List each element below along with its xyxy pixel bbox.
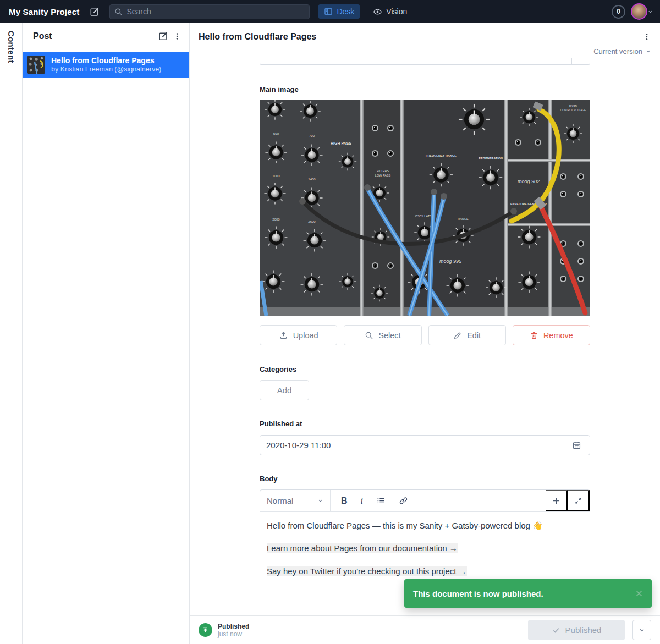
plus-icon [552, 496, 561, 505]
chevron-down-icon [647, 9, 653, 15]
trash-icon [530, 331, 538, 340]
bold-button[interactable]: B [341, 496, 348, 506]
post-list-panel: Post [23, 23, 190, 644]
document-scroll-area[interactable]: Main image [190, 58, 660, 644]
svg-text:FILTERS: FILTERS [377, 169, 389, 173]
tab-vision-label: Vision [386, 7, 407, 16]
svg-text:700: 700 [309, 134, 315, 137]
document-title: Hello from Cloudflare Pages [199, 32, 640, 42]
toast-notification: This document is now published. [404, 579, 652, 608]
svg-text:CONTROL VOLTAGE: CONTROL VOLTAGE [560, 109, 586, 112]
svg-text:2600: 2600 [308, 220, 316, 223]
chevron-down-icon [639, 627, 645, 634]
eye-icon [373, 7, 382, 16]
content-tab[interactable]: Content [7, 31, 16, 644]
content-rail: Content [0, 23, 23, 644]
field-published-at: Published at [260, 420, 590, 455]
body-paragraph: Learn more about Pages from our document… [267, 543, 583, 554]
select-label: Select [378, 331, 400, 340]
expand-icon [574, 497, 582, 505]
document-panel: Hello from Cloudflare Pages Current vers… [190, 23, 660, 644]
new-document-icon[interactable] [156, 29, 170, 43]
project-title[interactable]: My Sanity Project [9, 7, 79, 16]
panel-menu-icon[interactable] [170, 30, 184, 43]
search-icon [114, 8, 123, 16]
body-link[interactable]: Learn more about Pages from our document… [267, 543, 458, 553]
image-actions: Upload Select [260, 325, 590, 345]
svg-text:1000: 1000 [272, 174, 280, 178]
body-paragraph[interactable]: Hello from Cloudflare Pages — this is my… [267, 520, 583, 531]
upload-icon [279, 331, 288, 340]
svg-text:FIXED: FIXED [569, 105, 578, 108]
search-input[interactable] [127, 7, 305, 16]
link-button[interactable] [399, 496, 408, 505]
remove-label: Remove [543, 331, 573, 340]
chevron-down-icon [645, 48, 651, 54]
chevron-down-icon [317, 498, 323, 504]
clipped-slug-field[interactable] [260, 58, 590, 65]
svg-text:500: 500 [273, 132, 279, 135]
edit-button[interactable]: Edit [428, 325, 506, 345]
calendar-icon[interactable] [570, 438, 584, 452]
toast-message: This document is now published. [413, 589, 634, 598]
italic-button[interactable]: i [361, 496, 363, 506]
svg-text:LOW PASS: LOW PASS [375, 174, 391, 177]
published-status-icon [199, 623, 212, 637]
publish-button[interactable]: Published [528, 620, 625, 640]
bullet-list-button[interactable] [376, 496, 386, 505]
svg-text:moog 995: moog 995 [439, 258, 462, 264]
list-icon [376, 496, 386, 505]
post-item-title: Hello from Cloudflare Pages [51, 56, 161, 65]
tab-desk[interactable]: Desk [318, 4, 360, 19]
svg-text:HIGH PASS: HIGH PASS [331, 141, 351, 145]
insert-block-button[interactable] [546, 490, 568, 511]
block-style-select[interactable]: Normal [260, 490, 331, 511]
workspace: Content Post [0, 23, 660, 644]
datetime-input[interactable] [266, 441, 570, 450]
document-header: Hello from Cloudflare Pages Current vers… [190, 23, 660, 58]
tab-desk-label: Desk [337, 7, 354, 16]
fullscreen-button[interactable] [568, 490, 590, 511]
field-label: Categories [260, 365, 590, 373]
panel-title: Post [33, 31, 156, 41]
publish-button-label: Published [565, 625, 602, 635]
notifications-badge[interactable]: 0 [612, 5, 625, 19]
avatar [631, 3, 647, 20]
datetime-field [260, 435, 590, 455]
svg-text:RANGE: RANGE [458, 217, 469, 221]
field-divider [571, 58, 572, 64]
body-paragraph: Say hey on Twitter if you're checking ou… [267, 566, 583, 577]
status-time: just now [218, 630, 249, 638]
publish-menu-button[interactable] [632, 620, 651, 640]
user-menu[interactable] [631, 3, 653, 20]
post-panel-header: Post [23, 23, 189, 49]
toolbar-spacer [408, 490, 546, 511]
block-style-value: Normal [267, 496, 293, 505]
document-menu-icon[interactable] [640, 30, 653, 43]
edit-label: Edit [467, 331, 481, 340]
format-buttons: B i [331, 490, 408, 511]
remove-button[interactable]: Remove [513, 325, 590, 345]
field-label: Body [260, 475, 590, 483]
upload-button[interactable]: Upload [260, 325, 337, 345]
search-icon [365, 331, 373, 340]
desk-icon [324, 7, 333, 16]
body-link[interactable]: Say hey on Twitter if you're checking ou… [267, 566, 467, 576]
post-thumbnail [27, 56, 45, 74]
close-icon[interactable] [634, 588, 644, 598]
main-image-photo[interactable]: 500700 10001400 20002600 HIGH PASS [260, 100, 590, 316]
svg-text:moog 902: moog 902 [518, 179, 540, 184]
field-label: Main image [260, 85, 590, 93]
svg-text:REGENERATION: REGENERATION [479, 157, 503, 160]
tab-vision[interactable]: Vision [367, 4, 413, 19]
select-button[interactable]: Select [344, 325, 421, 345]
sanity-studio: My Sanity Project Desk Visi [0, 0, 660, 644]
field-main-image: Main image [260, 85, 590, 345]
add-category-button[interactable]: Add [260, 380, 309, 400]
top-navbar: My Sanity Project Desk Visi [0, 0, 660, 23]
post-item-text: Hello from Cloudflare Pages by Kristian … [51, 56, 161, 74]
post-list-item[interactable]: Hello from Cloudflare Pages by Kristian … [23, 52, 189, 78]
compose-icon[interactable] [87, 4, 102, 19]
version-selector[interactable]: Current version [199, 47, 653, 56]
search-bar [109, 4, 310, 19]
